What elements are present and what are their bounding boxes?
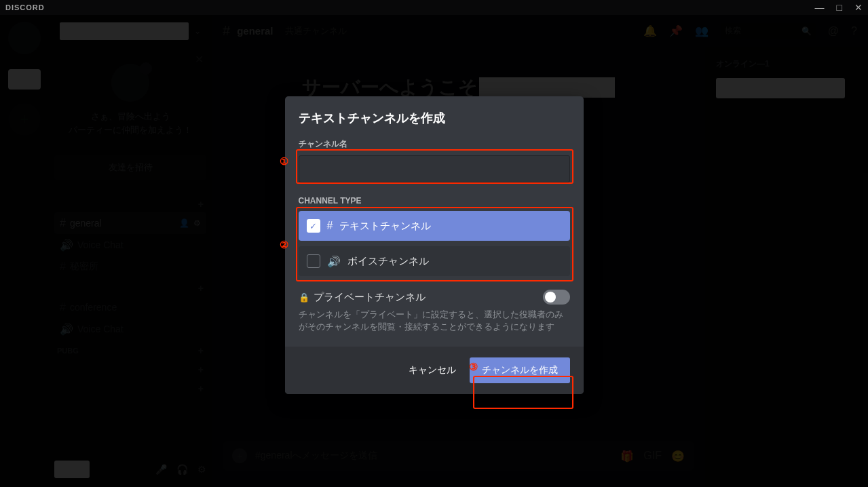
create-channel-button[interactable]: チャンネルを作成: [470, 357, 570, 383]
private-channel-label: プライベートチャンネル: [314, 291, 539, 304]
private-description: チャンネルを「プライベート」に設定すると、選択した役職者のみがそのチャンネルを閲…: [299, 309, 570, 333]
checkbox-checked-icon: ✓: [307, 219, 320, 233]
annotation-2: ②: [280, 239, 288, 251]
create-channel-modal: テキストチャンネルを作成 チャンネル名 CHANNEL TYPE ✓ # テキス…: [285, 96, 584, 394]
annotation-3: ③: [469, 361, 478, 373]
speaker-icon: 🔊: [327, 255, 341, 268]
hash-icon: #: [327, 220, 333, 232]
annotation-1: ①: [280, 155, 288, 168]
window-maximize-icon[interactable]: □: [837, 2, 842, 13]
window-minimize-icon[interactable]: —: [815, 2, 825, 13]
titlebar: DISCORD — □ ✕: [0, 0, 868, 15]
channel-name-input[interactable]: [299, 155, 570, 182]
window-close-icon[interactable]: ✕: [854, 2, 863, 13]
app-logo: DISCORD: [5, 3, 45, 12]
private-toggle[interactable]: [543, 290, 570, 305]
channel-name-label: チャンネル名: [299, 138, 570, 150]
channel-type-voice-option[interactable]: 🔊 ボイスチャンネル: [299, 246, 570, 276]
channel-type-text-option[interactable]: ✓ # テキストチャンネル: [299, 211, 570, 241]
checkbox-unchecked-icon: [307, 254, 320, 268]
modal-title: テキストチャンネルを作成: [299, 110, 570, 126]
lock-icon: 🔒: [299, 292, 309, 303]
cancel-button[interactable]: キャンセル: [398, 357, 467, 383]
channel-type-label: CHANNEL TYPE: [299, 196, 570, 206]
